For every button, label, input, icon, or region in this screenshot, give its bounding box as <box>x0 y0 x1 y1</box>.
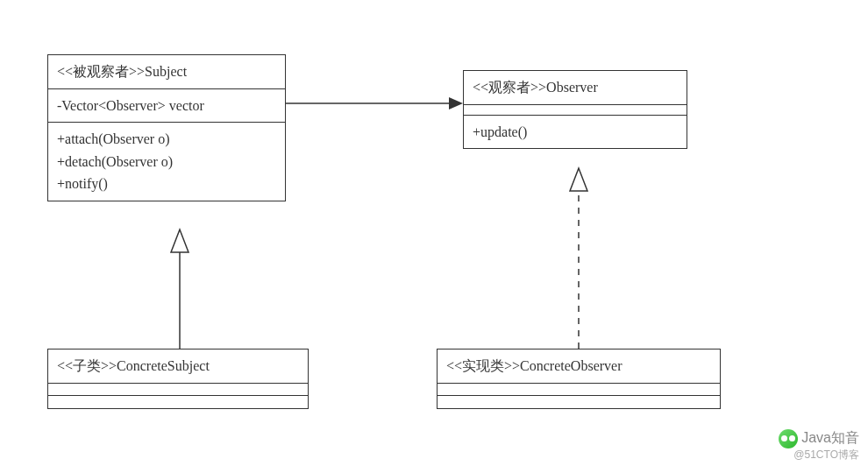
class-concrete-subject-attrs <box>48 384 308 396</box>
class-subject-attr: -Vector<Observer> vector <box>48 89 285 124</box>
class-subject-ops: +attach(Observer o) +detach(Observer o) … <box>48 123 285 201</box>
class-subject-title: <<被观察者>>Subject <box>48 55 285 89</box>
watermark-sub: @51CTO博客 <box>779 448 859 461</box>
class-subject: <<被观察者>>Subject -Vector<Observer> vector… <box>47 54 286 201</box>
class-observer: <<观察者>>Observer +update() <box>463 70 687 149</box>
op-detach: +detach(Observer o) <box>57 151 276 173</box>
class-concrete-observer: <<实现类>>ConcreteObserver <box>437 349 721 409</box>
class-observer-attrs <box>464 105 687 116</box>
class-concrete-subject-title: <<子类>>ConcreteSubject <box>48 350 308 384</box>
wechat-icon <box>779 429 798 448</box>
watermark-brand: Java知音 <box>801 430 859 445</box>
op-update: +update() <box>473 121 678 144</box>
class-concrete-observer-ops <box>438 396 720 408</box>
class-concrete-observer-attrs <box>438 384 720 396</box>
watermark: Java知音 @51CTO博客 <box>779 429 859 461</box>
class-observer-title: <<观察者>>Observer <box>464 71 687 105</box>
svg-marker-1 <box>449 97 463 109</box>
class-concrete-subject: <<子类>>ConcreteSubject <box>47 349 309 409</box>
op-attach: +attach(Observer o) <box>57 128 276 151</box>
class-concrete-subject-ops <box>48 396 308 408</box>
class-concrete-observer-title: <<实现类>>ConcreteObserver <box>438 350 720 384</box>
op-notify: +notify() <box>57 173 276 195</box>
class-observer-ops: +update() <box>464 116 687 149</box>
svg-marker-5 <box>570 168 587 191</box>
svg-marker-3 <box>171 229 189 252</box>
